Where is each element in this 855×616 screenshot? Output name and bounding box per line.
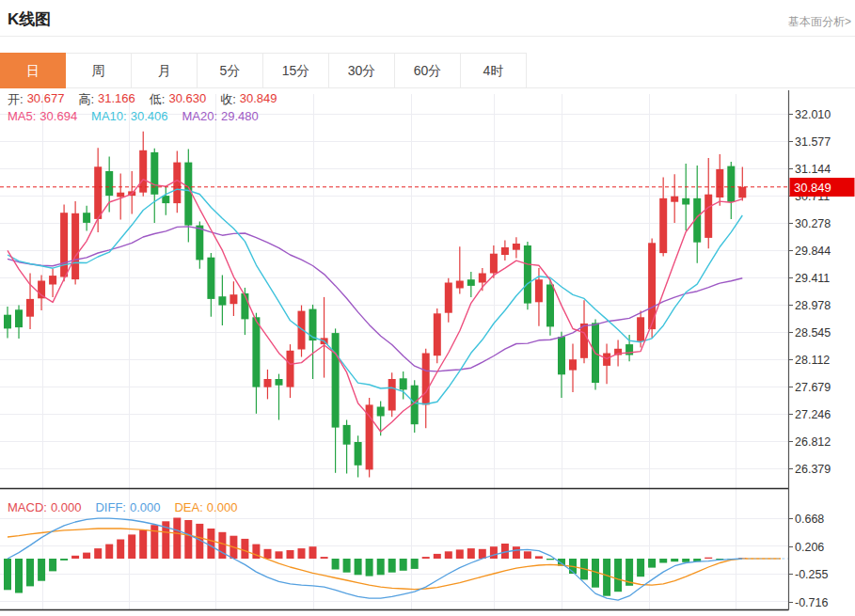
candle-body bbox=[343, 425, 351, 445]
candle-body bbox=[117, 193, 124, 197]
page-title: K线图 bbox=[8, 8, 51, 30]
candle-body bbox=[252, 317, 260, 387]
macd-bar bbox=[603, 559, 610, 596]
tab-period-3[interactable]: 5分 bbox=[198, 53, 263, 88]
macd-bar bbox=[105, 545, 113, 559]
axis-tick-label: -0.255 bbox=[795, 568, 828, 581]
axis-tick-label: 30.278 bbox=[795, 217, 831, 230]
macd-bar bbox=[309, 546, 317, 559]
macd-bar bbox=[298, 548, 306, 559]
candle-body bbox=[218, 296, 226, 305]
tab-period-1[interactable]: 周 bbox=[66, 53, 132, 88]
axis-tick-label: 27.246 bbox=[795, 408, 831, 421]
macd-bar bbox=[71, 556, 79, 559]
candle-body bbox=[230, 294, 237, 304]
macd-bar bbox=[671, 559, 678, 561]
macd-bar bbox=[682, 559, 689, 562]
tab-period-2[interactable]: 月 bbox=[132, 53, 198, 88]
macd-bar bbox=[705, 558, 712, 559]
macd-bar bbox=[276, 551, 283, 559]
candle-body bbox=[501, 247, 509, 255]
tabs-filler bbox=[527, 53, 855, 88]
macd-bar bbox=[94, 548, 102, 559]
axis-tick-label: 28.978 bbox=[795, 299, 831, 312]
fundamental-analysis-link[interactable]: 基本面分析> bbox=[788, 14, 851, 30]
candle-body bbox=[682, 198, 689, 205]
candle-body bbox=[4, 315, 11, 329]
macd-bar bbox=[524, 551, 531, 559]
macd-histogram bbox=[4, 518, 746, 596]
axis-tick-label: 32.010 bbox=[795, 108, 831, 121]
ma-lines bbox=[8, 180, 742, 432]
macd-bar bbox=[614, 559, 622, 592]
tab-period-4[interactable]: 15分 bbox=[263, 53, 329, 88]
candle-body bbox=[60, 213, 68, 276]
macd-bar bbox=[49, 559, 56, 571]
svg-text:30.849: 30.849 bbox=[794, 181, 831, 195]
tab-period-6[interactable]: 60分 bbox=[395, 53, 461, 88]
candle-body bbox=[580, 324, 588, 358]
axis-tick-label: 29.844 bbox=[795, 245, 831, 258]
macd-bar bbox=[321, 557, 328, 559]
candle-body bbox=[162, 196, 169, 203]
candle-body bbox=[422, 354, 430, 405]
macd-bar bbox=[546, 559, 554, 560]
macd-bar bbox=[648, 559, 656, 568]
macd-bar bbox=[490, 546, 498, 559]
candle-body bbox=[524, 245, 531, 304]
axis-tick-label: 31.144 bbox=[795, 163, 831, 176]
macd-bar bbox=[343, 559, 351, 573]
kline-chart[interactable]: 32.01031.57731.14430.71130.27829.84429.4… bbox=[0, 88, 855, 616]
candle-body bbox=[83, 213, 90, 223]
macd-bar bbox=[332, 559, 340, 570]
macd-bar bbox=[38, 559, 45, 581]
macd-bar bbox=[434, 554, 441, 559]
macd-bar bbox=[355, 559, 362, 575]
macd-bar bbox=[150, 525, 158, 559]
candle-body bbox=[603, 354, 610, 366]
candle-body bbox=[26, 299, 34, 317]
macd-bar bbox=[513, 546, 520, 559]
candle-body bbox=[513, 244, 520, 250]
tab-period-5[interactable]: 30分 bbox=[329, 53, 395, 88]
axis-tick-label: 26.379 bbox=[795, 463, 831, 476]
candle-body bbox=[287, 351, 294, 387]
candle-body bbox=[705, 195, 712, 238]
candle-body bbox=[727, 166, 735, 202]
axis-tick-label: -0.716 bbox=[795, 596, 828, 609]
macd-bar bbox=[241, 539, 248, 559]
axis-tick-label: 26.812 bbox=[795, 435, 831, 449]
macd-bar bbox=[4, 559, 11, 590]
macd-bar bbox=[15, 559, 23, 593]
candle-body bbox=[49, 276, 56, 284]
candle-body bbox=[366, 404, 373, 469]
candle-body bbox=[355, 442, 362, 466]
candle-body bbox=[490, 254, 498, 274]
candle-body bbox=[637, 317, 644, 341]
candle-body bbox=[15, 309, 23, 327]
candle-body bbox=[659, 198, 667, 253]
candle-body bbox=[139, 150, 147, 193]
axis-tick-label: 28.112 bbox=[795, 354, 830, 367]
candle-body bbox=[105, 171, 113, 196]
period-tabs: 日周月5分15分30分60分4时 bbox=[0, 53, 855, 88]
macd-bar bbox=[445, 551, 452, 559]
tab-period-7[interactable]: 4时 bbox=[461, 53, 527, 88]
candle-body bbox=[207, 258, 214, 299]
tab-period-0[interactable]: 日 bbox=[0, 53, 66, 88]
candle-body bbox=[546, 285, 554, 327]
candle-body bbox=[388, 379, 396, 411]
candle-body bbox=[456, 281, 464, 289]
candle-body bbox=[738, 187, 746, 198]
candle-body bbox=[264, 379, 272, 387]
last-price-tag: 30.849 bbox=[790, 178, 855, 197]
candle-body bbox=[276, 379, 283, 386]
axis-tick-label: 28.545 bbox=[795, 326, 831, 340]
macd-bar bbox=[422, 557, 430, 559]
macd-bar bbox=[60, 559, 68, 561]
macd-bar bbox=[377, 559, 385, 575]
macd-bar bbox=[388, 559, 396, 573]
axis-tick-label: 27.679 bbox=[795, 381, 831, 394]
candle-body bbox=[716, 169, 723, 197]
macd-bar bbox=[128, 534, 135, 559]
